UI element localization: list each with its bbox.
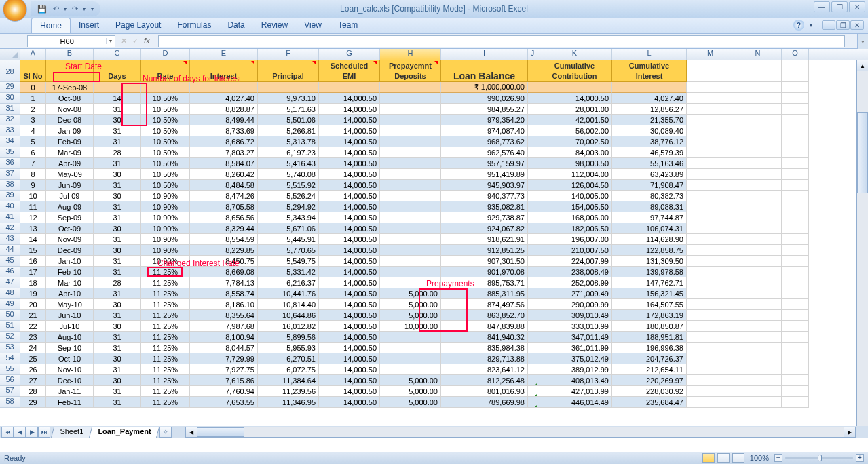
cell[interactable] — [734, 104, 782, 115]
row-header-28[interactable]: 28 — [0, 60, 20, 82]
cell[interactable]: 6 — [20, 147, 46, 158]
cell[interactable] — [687, 104, 734, 115]
cell[interactable] — [734, 147, 782, 158]
cell[interactable] — [687, 180, 734, 191]
cell[interactable]: 28,001.00 — [537, 104, 612, 115]
sheet-tab-sheet1[interactable]: Sheet1 — [51, 427, 92, 438]
cell[interactable]: 907,301.50 — [441, 256, 528, 267]
zoom-out-button[interactable]: − — [774, 454, 782, 462]
row-header-57[interactable]: 57 — [0, 386, 20, 397]
cell[interactable]: 4,027.40 — [612, 93, 687, 104]
cell[interactable]: 122,858.75 — [612, 245, 687, 256]
minimize-button[interactable]: — — [814, 1, 830, 12]
cell[interactable]: Oct-10 — [46, 353, 94, 364]
cell[interactable]: 5,955.93 — [258, 343, 319, 353]
cell[interactable] — [734, 82, 782, 93]
cell[interactable] — [687, 277, 734, 288]
cell[interactable]: 14,000.50 — [319, 332, 380, 343]
name-box-dropdown[interactable]: ▾ — [106, 38, 115, 44]
cell[interactable] — [380, 104, 441, 115]
cell[interactable]: 10.90% — [141, 256, 190, 267]
cell[interactable]: Oct-08 — [46, 93, 94, 104]
cell[interactable] — [380, 201, 441, 212]
cell[interactable]: 235,684.47 — [612, 397, 687, 408]
cell[interactable] — [782, 245, 809, 256]
cell[interactable]: 10.50% — [141, 180, 190, 191]
cell[interactable]: 8,705.58 — [190, 201, 258, 212]
row-header-49[interactable]: 49 — [0, 299, 20, 310]
cell[interactable] — [782, 180, 809, 191]
cell[interactable]: 30 — [94, 375, 141, 386]
cell[interactable] — [687, 212, 734, 223]
cell[interactable]: 31 — [94, 364, 141, 375]
cell[interactable]: 984,855.27 — [441, 104, 528, 115]
cell[interactable] — [734, 212, 782, 223]
cell[interactable] — [782, 60, 809, 82]
cell[interactable]: 823,641.12 — [441, 364, 528, 375]
cell[interactable]: 11.25% — [141, 299, 190, 310]
cell[interactable] — [687, 332, 734, 343]
cell[interactable]: 990,026.90 — [441, 93, 528, 104]
cell[interactable]: 28 — [20, 386, 46, 397]
column-header-O[interactable]: O — [782, 49, 809, 60]
cell[interactable] — [319, 82, 380, 93]
cell[interactable]: 14,000.50 — [319, 343, 380, 353]
scroll-up-button[interactable]: ▲ — [857, 60, 868, 71]
cell[interactable]: 8,186.10 — [190, 299, 258, 310]
cell[interactable]: 11.25% — [141, 386, 190, 397]
cell[interactable] — [612, 82, 687, 93]
cell[interactable] — [380, 115, 441, 125]
cell[interactable]: 5,313.78 — [258, 136, 319, 147]
cell[interactable]: 8,669.08 — [190, 267, 258, 277]
page-break-view-button[interactable] — [732, 453, 744, 463]
cell[interactable] — [734, 245, 782, 256]
cell[interactable]: 5,515.92 — [258, 180, 319, 191]
cell[interactable]: 112,004.00 — [537, 169, 612, 180]
cell[interactable]: 789,669.98 — [441, 397, 528, 408]
cell[interactable] — [380, 125, 441, 136]
ribbon-tab-review[interactable]: Review — [253, 18, 296, 33]
minimize-ribbon-dropdown[interactable]: ▾ — [810, 22, 812, 28]
cell[interactable]: Jan-10 — [46, 256, 94, 267]
cell[interactable]: 924,067.82 — [441, 223, 528, 234]
cell[interactable]: 10.90% — [141, 191, 190, 201]
ribbon-tab-home[interactable]: Home — [31, 18, 71, 33]
cell[interactable]: 4 — [20, 125, 46, 136]
cell[interactable]: 11.25% — [141, 397, 190, 408]
cell[interactable]: 14,000.50 — [319, 223, 380, 234]
cell[interactable]: May-10 — [46, 299, 94, 310]
cell[interactable] — [782, 136, 809, 147]
cell[interactable]: 918,621.91 — [441, 234, 528, 245]
row-header-41[interactable]: 41 — [0, 212, 20, 223]
cell[interactable] — [528, 245, 537, 256]
cell[interactable]: 14,000.50 — [319, 158, 380, 169]
cell[interactable]: ScheduledEMI — [319, 60, 380, 82]
cell[interactable]: 6,216.37 — [258, 277, 319, 288]
cell[interactable]: 8 — [20, 169, 46, 180]
cell[interactable]: 7,729.99 — [190, 353, 258, 364]
cell[interactable] — [734, 93, 782, 104]
cell[interactable]: 14,000.50 — [319, 212, 380, 223]
row-header-29[interactable]: 29 — [0, 82, 20, 93]
hscroll-thumb[interactable] — [197, 427, 244, 437]
redo-icon[interactable]: ↷ — [69, 3, 80, 14]
cell[interactable]: 11.25% — [141, 343, 190, 353]
cell[interactable]: 14,000.50 — [319, 256, 380, 267]
cell[interactable] — [687, 267, 734, 277]
ribbon-tab-team[interactable]: Team — [330, 18, 366, 33]
cell[interactable]: 14,000.50 — [319, 136, 380, 147]
cell[interactable]: 14,000.50 — [319, 299, 380, 310]
cell[interactable] — [782, 82, 809, 93]
cell[interactable]: 5,671.06 — [258, 223, 319, 234]
cell[interactable]: 30 — [94, 169, 141, 180]
cell[interactable]: 8,329.44 — [190, 223, 258, 234]
cell[interactable]: 28 — [94, 277, 141, 288]
cell[interactable]: 929,738.87 — [441, 212, 528, 223]
cell[interactable] — [528, 267, 537, 277]
cell[interactable] — [734, 60, 782, 82]
cell[interactable]: 11.25% — [141, 375, 190, 386]
cell[interactable] — [528, 353, 537, 364]
cell[interactable]: Nov-09 — [46, 234, 94, 245]
row-header-52[interactable]: 52 — [0, 332, 20, 343]
cell[interactable] — [380, 147, 441, 158]
